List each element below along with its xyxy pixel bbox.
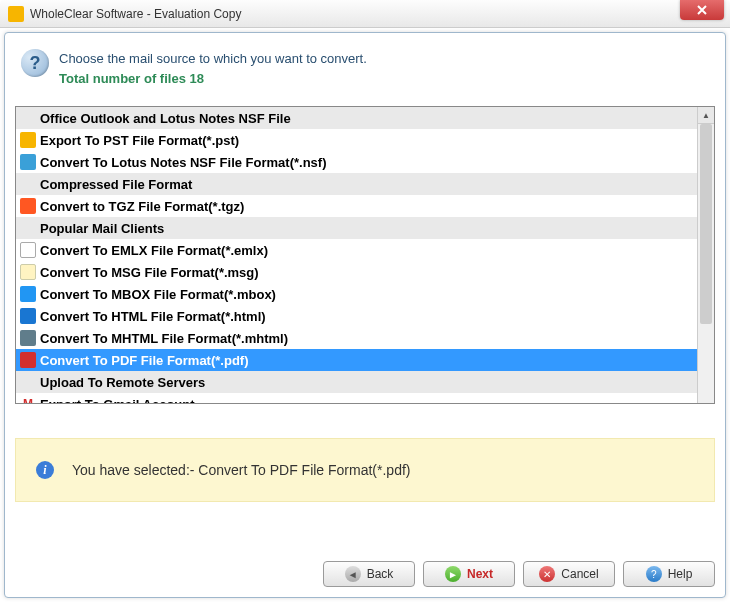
emlx-icon bbox=[20, 242, 36, 258]
button-bar: ◄ Back ► Next ✕ Cancel ? Help bbox=[323, 561, 715, 587]
close-icon bbox=[697, 5, 707, 15]
help-button[interactable]: ? Help bbox=[623, 561, 715, 587]
instruction-line1: Choose the mail source to which you want… bbox=[59, 49, 367, 69]
info-prefix: You have selected:- bbox=[72, 462, 198, 478]
scrollbar[interactable]: ▲ bbox=[697, 107, 714, 403]
instruction-text: Choose the mail source to which you want… bbox=[59, 49, 367, 88]
format-list-inner[interactable]: Office Outlook and Lotus Notes NSF File … bbox=[16, 107, 697, 403]
list-header-popular: Popular Mail Clients bbox=[16, 217, 697, 239]
list-item-emlx[interactable]: Convert To EMLX File Format(*.emlx) bbox=[16, 239, 697, 261]
list-item-label: Convert To EMLX File Format(*.emlx) bbox=[40, 243, 268, 258]
main-panel: ? Choose the mail source to which you wa… bbox=[4, 32, 726, 598]
pdf-icon bbox=[20, 352, 36, 368]
file-count-value: 18 bbox=[190, 71, 204, 86]
list-item-label: Convert To HTML File Format(*.html) bbox=[40, 309, 266, 324]
help-icon: ? bbox=[21, 49, 49, 77]
info-selection: Convert To PDF File Format(*.pdf) bbox=[198, 462, 410, 478]
tgz-icon bbox=[20, 198, 36, 214]
format-list: Office Outlook and Lotus Notes NSF File … bbox=[15, 106, 715, 404]
cancel-button[interactable]: ✕ Cancel bbox=[523, 561, 615, 587]
mbox-icon bbox=[20, 286, 36, 302]
list-item-label: Convert To MBOX File Format(*.mbox) bbox=[40, 287, 276, 302]
instruction-line2: Total number of files 18 bbox=[59, 69, 367, 89]
pst-icon bbox=[20, 132, 36, 148]
back-button[interactable]: ◄ Back bbox=[323, 561, 415, 587]
list-item-label: Convert to TGZ File Format(*.tgz) bbox=[40, 199, 244, 214]
list-item-label: Convert To MHTML File Format(*.mhtml) bbox=[40, 331, 288, 346]
selection-info-banner: i You have selected:- Convert To PDF Fil… bbox=[15, 438, 715, 502]
next-label: Next bbox=[467, 567, 493, 581]
list-item-gmail[interactable]: Export To Gmail Account bbox=[16, 393, 697, 403]
list-item-mbox[interactable]: Convert To MBOX File Format(*.mbox) bbox=[16, 283, 697, 305]
help-icon-small: ? bbox=[646, 566, 662, 582]
msg-icon bbox=[20, 264, 36, 280]
scroll-thumb[interactable] bbox=[700, 124, 712, 324]
next-button[interactable]: ► Next bbox=[423, 561, 515, 587]
list-item-label: Export To Gmail Account bbox=[40, 397, 195, 404]
list-item-pst[interactable]: Export To PST File Format(*.pst) bbox=[16, 129, 697, 151]
cancel-label: Cancel bbox=[561, 567, 598, 581]
list-header-compressed: Compressed File Format bbox=[16, 173, 697, 195]
app-icon bbox=[8, 6, 24, 22]
selection-info-text: You have selected:- Convert To PDF File … bbox=[72, 462, 411, 478]
list-item-msg[interactable]: Convert To MSG File Format(*.msg) bbox=[16, 261, 697, 283]
close-button[interactable] bbox=[680, 0, 724, 20]
window-title: WholeClear Software - Evaluation Copy bbox=[30, 7, 241, 21]
gmail-icon bbox=[20, 396, 36, 403]
cancel-icon: ✕ bbox=[539, 566, 555, 582]
list-header-office: Office Outlook and Lotus Notes NSF File bbox=[16, 107, 697, 129]
list-item-label: Convert To PDF File Format(*.pdf) bbox=[40, 353, 248, 368]
instruction-block: ? Choose the mail source to which you wa… bbox=[15, 45, 715, 100]
list-item-nsf[interactable]: Convert To Lotus Notes NSF File Format(*… bbox=[16, 151, 697, 173]
list-item-tgz[interactable]: Convert to TGZ File Format(*.tgz) bbox=[16, 195, 697, 217]
info-icon: i bbox=[36, 461, 54, 479]
html-icon bbox=[20, 308, 36, 324]
list-item-mhtml[interactable]: Convert To MHTML File Format(*.mhtml) bbox=[16, 327, 697, 349]
nsf-icon bbox=[20, 154, 36, 170]
list-item-label: Convert To MSG File Format(*.msg) bbox=[40, 265, 259, 280]
next-icon: ► bbox=[445, 566, 461, 582]
back-icon: ◄ bbox=[345, 566, 361, 582]
file-count-prefix: Total number of files bbox=[59, 71, 190, 86]
scroll-up-icon[interactable]: ▲ bbox=[698, 107, 714, 124]
back-label: Back bbox=[367, 567, 394, 581]
titlebar: WholeClear Software - Evaluation Copy bbox=[0, 0, 730, 28]
list-item-label: Export To PST File Format(*.pst) bbox=[40, 133, 239, 148]
list-header-upload: Upload To Remote Servers bbox=[16, 371, 697, 393]
help-label: Help bbox=[668, 567, 693, 581]
list-item-pdf[interactable]: Convert To PDF File Format(*.pdf) bbox=[16, 349, 697, 371]
mhtml-icon bbox=[20, 330, 36, 346]
list-item-html[interactable]: Convert To HTML File Format(*.html) bbox=[16, 305, 697, 327]
list-item-label: Convert To Lotus Notes NSF File Format(*… bbox=[40, 155, 327, 170]
